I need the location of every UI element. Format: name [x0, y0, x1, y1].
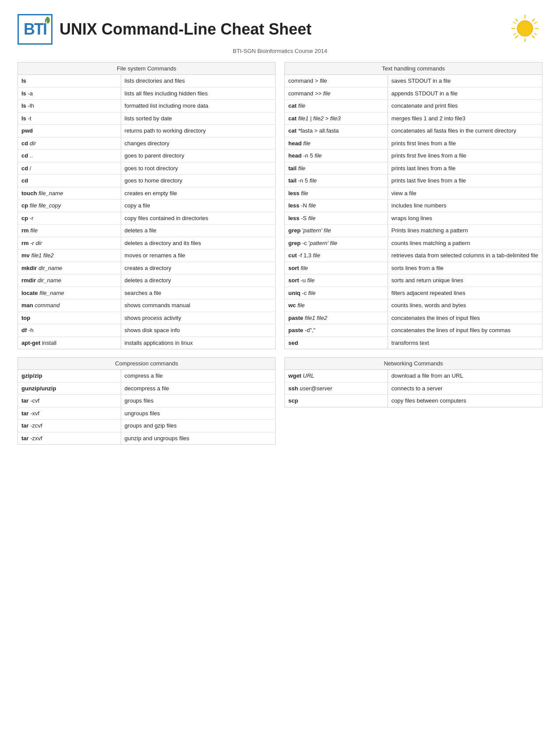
table-row: head fileprints first lines from a file [285, 137, 542, 150]
description-cell: sorts and return unique lines [388, 274, 542, 287]
command-cell: ls -lh [18, 100, 121, 112]
table-row: ls -tlists sorted by date [18, 112, 276, 125]
description-cell: goes to parent directory [121, 150, 275, 162]
table-row: uniq -c filefilters adjacent repeated li… [285, 287, 542, 299]
table-row: cat file1 | file2 > file3merges files 1 … [285, 112, 542, 125]
command-cell: less file [285, 187, 388, 200]
description-cell: merges files 1 and 2 into file3 [388, 112, 542, 125]
command-cell: ls -t [18, 112, 121, 125]
command-cell: touch file_name [18, 187, 121, 200]
description-cell: Prints lines matching a pattern [388, 224, 542, 237]
command-cell: top [18, 312, 121, 324]
table-row: cp file file_copycopy a file [18, 200, 276, 212]
table-row: wc filecounts lines, words and bytes [285, 299, 542, 312]
table-row: tar -zxvfgunzip and ungroups files [18, 432, 276, 445]
description-cell: groups files [121, 395, 275, 407]
description-cell: compress a file [121, 370, 275, 382]
description-cell: prints last lines from a file [388, 162, 542, 175]
description-cell: groups and gzip files [121, 420, 275, 432]
text-section: Text handling commands command > filesav… [284, 62, 542, 349]
command-cell: sed [285, 337, 388, 349]
sun-icon [508, 13, 542, 45]
command-cell: command > file [285, 75, 388, 88]
command-cell: man command [18, 299, 121, 312]
command-cell: gunzip/unzip [18, 382, 121, 395]
command-cell: cd .. [18, 150, 121, 162]
description-cell: copy a file [121, 200, 275, 212]
table-row: apt-get installinstalls applications in … [18, 337, 276, 349]
description-cell: sorts lines from a file [388, 262, 542, 274]
description-cell: searches a file [121, 287, 275, 299]
command-cell: rm file [18, 224, 121, 237]
table-row: cd ..goes to parent directory [18, 150, 276, 162]
table-row: scpcopy files between computers [285, 395, 542, 407]
description-cell: ungroups files [121, 407, 275, 420]
command-cell: locate file_name [18, 287, 121, 299]
description-cell: returns path to working directory [121, 125, 275, 137]
description-cell: filters adjacent repeated lines [388, 287, 542, 299]
subtitle: BTI-SGN Bioinformatics Course 2014 [18, 48, 542, 54]
command-cell: rm -r dir [18, 237, 121, 249]
table-row: sort -u filesorts and return unique line… [285, 274, 542, 287]
command-cell: paste -d"," [285, 324, 388, 337]
table-row: ssh user@serverconnects to a server [285, 382, 542, 395]
command-cell: tar -zxvf [18, 432, 121, 445]
command-cell: pwd [18, 125, 121, 137]
table-row: cd dirchanges directory [18, 137, 276, 150]
table-row: paste file1 file2concatenates the lines … [285, 312, 542, 324]
table-row: head -n 5 fileprints first five lines fr… [285, 150, 542, 162]
table-row: rm -r dirdeletes a directory and its fil… [18, 237, 276, 249]
description-cell: saves STDOUT in a file [388, 75, 542, 88]
command-cell: cd [18, 175, 121, 187]
command-cell: tar -zcvf [18, 420, 121, 432]
table-row: ls -alists all files including hidden fi… [18, 87, 276, 100]
table-row: ls -lhformatted list including more data [18, 100, 276, 112]
table-row: less -N fileincludes line numbers [285, 200, 542, 212]
leaf-icon [44, 16, 50, 24]
table-row: paste -d","concatenates the lines of inp… [285, 324, 542, 337]
networking-heading: Networking Commands [285, 358, 542, 370]
command-cell: cat *fasta > all.fasta [285, 125, 388, 137]
table-row: tar -zcvfgroups and gzip files [18, 420, 276, 432]
table-row: less fileview a file [285, 187, 542, 200]
table-row: df -hshows disk space info [18, 324, 276, 337]
page-title: UNIX Command-Line Cheat Sheet [60, 20, 312, 39]
description-cell: wraps long lines [388, 212, 542, 224]
table-row: mkdir dir_namecreates a directory [18, 262, 276, 274]
description-cell: goes to root directory [121, 162, 275, 175]
logo-text: BTI [24, 20, 46, 39]
command-cell: ssh user@server [285, 382, 388, 395]
left-column: File system Commands lslists directories… [18, 62, 276, 452]
table-row: mv file1 file2moves or renames a file [18, 249, 276, 262]
command-cell: df -h [18, 324, 121, 337]
svg-line-10 [534, 22, 537, 24]
description-cell: counts lines matching a pattern [388, 237, 542, 249]
command-cell: cat file1 | file2 > file3 [285, 112, 388, 125]
description-cell: decompress a file [121, 382, 275, 395]
bti-logo: BTI [18, 14, 52, 45]
table-row: pwdreturns path to working directory [18, 125, 276, 137]
table-row: cdgoes to home directory [18, 175, 276, 187]
table-row: tar -cvfgroups files [18, 395, 276, 407]
table-row: sedtransforms text [285, 337, 542, 349]
description-cell: deletes a directory [121, 274, 275, 287]
description-cell: lists all files including hidden files [121, 87, 275, 100]
networking-section: Networking Commands wget URLdownload a f… [284, 357, 542, 407]
command-cell: cp file file_copy [18, 200, 121, 212]
description-cell: concatenates the lines of input files [388, 312, 542, 324]
table-row: tail -n 5 fileprints last five lines fro… [285, 175, 542, 187]
description-cell: concatenates the lines of input files by… [388, 324, 542, 337]
command-cell: less -N file [285, 200, 388, 212]
description-cell: connects to a server [388, 382, 542, 395]
table-row: tail fileprints last lines from a file [285, 162, 542, 175]
table-row: sort filesorts lines from a file [285, 262, 542, 274]
command-cell: sort -u file [285, 274, 388, 287]
command-cell: scp [285, 395, 388, 407]
description-cell: shows process activity [121, 312, 275, 324]
description-cell: shows disk space info [121, 324, 275, 337]
filesystem-table: File system Commands lslists directories… [18, 62, 276, 349]
description-cell: concatenates all fasta files in the curr… [388, 125, 542, 137]
svg-line-8 [515, 35, 518, 38]
svg-line-7 [532, 19, 535, 21]
command-cell: ls [18, 75, 121, 88]
